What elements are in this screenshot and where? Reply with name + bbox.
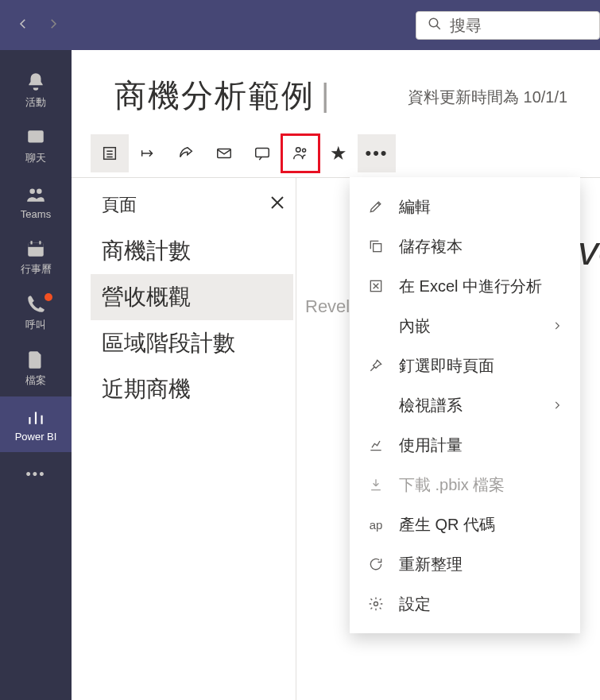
svg-point-2 (29, 188, 35, 194)
more-options-button[interactable]: ••• (358, 134, 396, 172)
gear-icon (367, 596, 385, 612)
chevron-right-icon (552, 317, 563, 335)
rail-powerbi[interactable]: Power BI (0, 396, 72, 452)
rail-files[interactable]: 檔案 (0, 341, 72, 396)
search-placeholder: 搜尋 (450, 15, 482, 37)
menu-qr-code[interactable]: ap 產生 QR 代碼 (350, 505, 580, 544)
vertical-divider (296, 177, 296, 700)
excel-icon (367, 278, 385, 294)
more-options-menu: 編輯 儲存複本 在 Excel 中進行分析 內嵌 釘選即時頁面 檢視譜系 使用計… (350, 177, 580, 633)
rail-calendar[interactable]: 行事曆 (0, 230, 72, 285)
refresh-icon (367, 556, 385, 572)
menu-embed[interactable]: 內嵌 (350, 306, 580, 346)
svg-point-3 (37, 188, 42, 194)
chart-icon (367, 437, 385, 453)
svg-point-13 (374, 602, 378, 606)
chevron-right-icon (552, 396, 563, 415)
share-button[interactable] (167, 134, 205, 172)
search-icon (428, 17, 442, 35)
search-box[interactable]: 搜尋 (416, 11, 600, 40)
menu-download-pbix: 下載 .pbix 檔案 (350, 465, 580, 505)
title-bar: 搜尋 (0, 0, 600, 50)
nav-forward-button[interactable] (46, 17, 60, 34)
rail-calls[interactable]: 呼叫 (0, 285, 72, 341)
background-ve: ve (578, 226, 600, 274)
view-pages-button[interactable] (91, 134, 129, 172)
menu-analyze-excel[interactable]: 在 Excel 中進行分析 (350, 266, 580, 306)
svg-point-9 (296, 148, 301, 153)
svg-point-0 (429, 18, 438, 27)
notification-dot (45, 293, 52, 301)
data-refresh-label: 資料更新時間為 10/1/1 (408, 87, 567, 108)
report-toolbar: ★ ••• (91, 134, 396, 172)
download-icon (367, 477, 385, 493)
favorite-button[interactable]: ★ (319, 134, 358, 172)
menu-usage-metrics[interactable]: 使用計量 (350, 425, 580, 465)
background-text: Revel (305, 296, 350, 317)
app-rail: 活動 聊天 Teams 行事曆 呼叫 檔案 Power BI ••• (0, 50, 72, 700)
export-button[interactable] (129, 134, 167, 172)
page-item[interactable]: 區域階段計數 (91, 320, 293, 366)
svg-rect-7 (218, 149, 231, 158)
menu-edit[interactable]: 編輯 (350, 187, 580, 226)
svg-rect-11 (374, 244, 381, 252)
svg-point-10 (303, 149, 306, 152)
subscribe-button[interactable] (205, 134, 243, 172)
teams-chat-button[interactable] (281, 134, 319, 172)
close-pages-button[interactable] (268, 193, 287, 217)
pencil-icon (367, 199, 385, 215)
nav-back-button[interactable] (16, 17, 30, 34)
page-item[interactable]: 近期商機 (91, 366, 293, 412)
menu-lineage[interactable]: 檢視譜系 (350, 385, 580, 425)
qr-icon: ap (367, 518, 385, 532)
content-area: 商機分析範例 資料更新時間為 10/1/1 ★ ••• Revel ve 頁面 (72, 50, 600, 700)
page-item[interactable]: 商機計數 (91, 228, 293, 274)
comment-button[interactable] (243, 134, 281, 172)
pages-panel: 頁面 商機計數 營收概觀 區域階段計數 近期商機 (91, 193, 293, 412)
menu-save-copy[interactable]: 儲存複本 (350, 226, 580, 266)
rail-more-button[interactable]: ••• (26, 458, 46, 490)
pages-heading: 頁面 (102, 193, 137, 217)
svg-rect-1 (28, 130, 44, 142)
page-item[interactable]: 營收概觀 (91, 274, 293, 320)
pin-icon (367, 358, 385, 373)
menu-pin-live[interactable]: 釘選即時頁面 (350, 346, 580, 385)
rail-activity[interactable]: 活動 (0, 63, 72, 118)
report-title: 商機分析範例 (114, 74, 331, 118)
svg-rect-5 (28, 242, 44, 246)
menu-settings[interactable]: 設定 (350, 584, 580, 624)
rail-teams[interactable]: Teams (0, 174, 72, 230)
copy-icon (367, 238, 385, 254)
rail-chat[interactable]: 聊天 (0, 118, 72, 174)
menu-refresh[interactable]: 重新整理 (350, 544, 580, 584)
